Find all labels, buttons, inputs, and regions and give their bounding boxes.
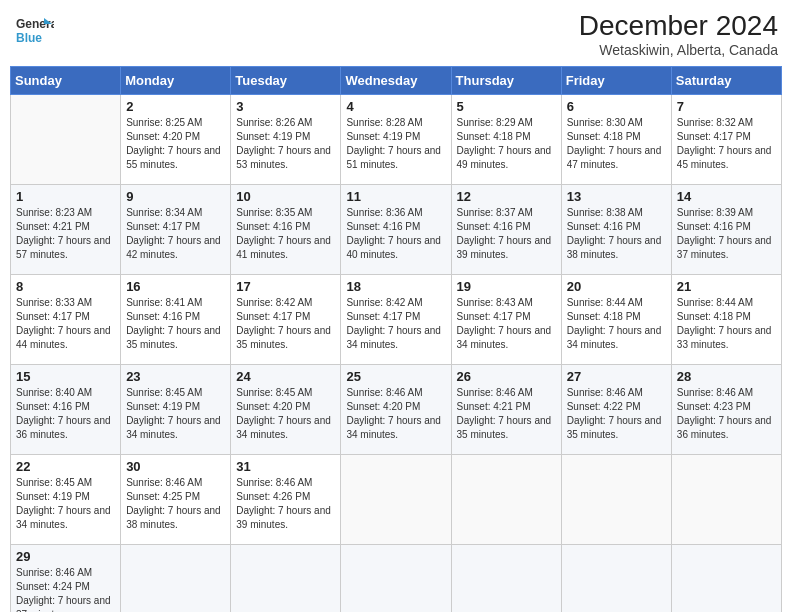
day-info: Sunrise: 8:34 AMSunset: 4:17 PMDaylight:… [126,206,225,262]
calendar-cell: 29Sunrise: 8:46 AMSunset: 4:24 PMDayligh… [11,545,121,613]
day-number: 31 [236,459,335,474]
calendar-cell: 28Sunrise: 8:46 AMSunset: 4:23 PMDayligh… [671,365,781,455]
calendar-row: 15Sunrise: 8:40 AMSunset: 4:16 PMDayligh… [11,365,782,455]
calendar-cell [341,545,451,613]
calendar-cell: 27Sunrise: 8:46 AMSunset: 4:22 PMDayligh… [561,365,671,455]
day-number: 4 [346,99,445,114]
day-info: Sunrise: 8:37 AMSunset: 4:16 PMDaylight:… [457,206,556,262]
calendar-cell [671,455,781,545]
day-info: Sunrise: 8:40 AMSunset: 4:16 PMDaylight:… [16,386,115,442]
calendar-cell: 1Sunrise: 8:23 AMSunset: 4:21 PMDaylight… [11,185,121,275]
day-info: Sunrise: 8:28 AMSunset: 4:19 PMDaylight:… [346,116,445,172]
day-number: 2 [126,99,225,114]
calendar-cell: 30Sunrise: 8:46 AMSunset: 4:25 PMDayligh… [121,455,231,545]
day-info: Sunrise: 8:41 AMSunset: 4:16 PMDaylight:… [126,296,225,352]
calendar-cell: 15Sunrise: 8:40 AMSunset: 4:16 PMDayligh… [11,365,121,455]
header-saturday: Saturday [671,67,781,95]
day-number: 25 [346,369,445,384]
day-info: Sunrise: 8:35 AMSunset: 4:16 PMDaylight:… [236,206,335,262]
day-info: Sunrise: 8:46 AMSunset: 4:26 PMDaylight:… [236,476,335,532]
location-subtitle: Wetaskiwin, Alberta, Canada [579,42,778,58]
header-wednesday: Wednesday [341,67,451,95]
day-number: 28 [677,369,776,384]
header-monday: Monday [121,67,231,95]
header-thursday: Thursday [451,67,561,95]
day-number: 7 [677,99,776,114]
day-info: Sunrise: 8:25 AMSunset: 4:20 PMDaylight:… [126,116,225,172]
calendar-row: 22Sunrise: 8:45 AMSunset: 4:19 PMDayligh… [11,455,782,545]
calendar-cell: 21Sunrise: 8:44 AMSunset: 4:18 PMDayligh… [671,275,781,365]
calendar-cell: 31Sunrise: 8:46 AMSunset: 4:26 PMDayligh… [231,455,341,545]
calendar-cell [561,545,671,613]
day-number: 30 [126,459,225,474]
day-number: 1 [16,189,115,204]
calendar-cell: 8Sunrise: 8:33 AMSunset: 4:17 PMDaylight… [11,275,121,365]
day-number: 8 [16,279,115,294]
calendar-cell [451,455,561,545]
day-number: 23 [126,369,225,384]
calendar-cell: 26Sunrise: 8:46 AMSunset: 4:21 PMDayligh… [451,365,561,455]
day-info: Sunrise: 8:36 AMSunset: 4:16 PMDaylight:… [346,206,445,262]
logo: General Blue [14,10,54,54]
day-number: 21 [677,279,776,294]
day-info: Sunrise: 8:29 AMSunset: 4:18 PMDaylight:… [457,116,556,172]
calendar-cell [11,95,121,185]
day-info: Sunrise: 8:46 AMSunset: 4:25 PMDaylight:… [126,476,225,532]
day-info: Sunrise: 8:45 AMSunset: 4:19 PMDaylight:… [126,386,225,442]
calendar-cell: 19Sunrise: 8:43 AMSunset: 4:17 PMDayligh… [451,275,561,365]
day-number: 16 [126,279,225,294]
day-info: Sunrise: 8:38 AMSunset: 4:16 PMDaylight:… [567,206,666,262]
day-number: 17 [236,279,335,294]
calendar-cell [121,545,231,613]
calendar-cell: 7Sunrise: 8:32 AMSunset: 4:17 PMDaylight… [671,95,781,185]
day-info: Sunrise: 8:42 AMSunset: 4:17 PMDaylight:… [346,296,445,352]
svg-text:Blue: Blue [16,31,42,45]
day-number: 11 [346,189,445,204]
calendar-row: 2Sunrise: 8:25 AMSunset: 4:20 PMDaylight… [11,95,782,185]
day-number: 14 [677,189,776,204]
day-number: 15 [16,369,115,384]
calendar-cell: 10Sunrise: 8:35 AMSunset: 4:16 PMDayligh… [231,185,341,275]
calendar-cell [671,545,781,613]
day-info: Sunrise: 8:46 AMSunset: 4:20 PMDaylight:… [346,386,445,442]
calendar-cell: 17Sunrise: 8:42 AMSunset: 4:17 PMDayligh… [231,275,341,365]
calendar-cell: 3Sunrise: 8:26 AMSunset: 4:19 PMDaylight… [231,95,341,185]
day-info: Sunrise: 8:23 AMSunset: 4:21 PMDaylight:… [16,206,115,262]
calendar-cell [451,545,561,613]
day-info: Sunrise: 8:45 AMSunset: 4:19 PMDaylight:… [16,476,115,532]
header-friday: Friday [561,67,671,95]
day-number: 22 [16,459,115,474]
day-number: 10 [236,189,335,204]
day-info: Sunrise: 8:46 AMSunset: 4:23 PMDaylight:… [677,386,776,442]
logo-graphic: General Blue [14,10,54,54]
day-info: Sunrise: 8:32 AMSunset: 4:17 PMDaylight:… [677,116,776,172]
day-info: Sunrise: 8:46 AMSunset: 4:21 PMDaylight:… [457,386,556,442]
day-info: Sunrise: 8:44 AMSunset: 4:18 PMDaylight:… [567,296,666,352]
calendar-row: 29Sunrise: 8:46 AMSunset: 4:24 PMDayligh… [11,545,782,613]
day-number: 26 [457,369,556,384]
calendar-cell: 2Sunrise: 8:25 AMSunset: 4:20 PMDaylight… [121,95,231,185]
calendar-cell: 24Sunrise: 8:45 AMSunset: 4:20 PMDayligh… [231,365,341,455]
day-number: 12 [457,189,556,204]
header-tuesday: Tuesday [231,67,341,95]
calendar-cell: 22Sunrise: 8:45 AMSunset: 4:19 PMDayligh… [11,455,121,545]
day-info: Sunrise: 8:26 AMSunset: 4:19 PMDaylight:… [236,116,335,172]
day-info: Sunrise: 8:30 AMSunset: 4:18 PMDaylight:… [567,116,666,172]
day-number: 29 [16,549,115,564]
day-info: Sunrise: 8:46 AMSunset: 4:24 PMDaylight:… [16,566,115,612]
day-number: 9 [126,189,225,204]
page-header: General Blue December 2024 Wetaskiwin, A… [10,10,782,58]
day-info: Sunrise: 8:44 AMSunset: 4:18 PMDaylight:… [677,296,776,352]
calendar-cell: 5Sunrise: 8:29 AMSunset: 4:18 PMDaylight… [451,95,561,185]
calendar-cell: 4Sunrise: 8:28 AMSunset: 4:19 PMDaylight… [341,95,451,185]
calendar-cell [561,455,671,545]
day-info: Sunrise: 8:33 AMSunset: 4:17 PMDaylight:… [16,296,115,352]
calendar-cell: 12Sunrise: 8:37 AMSunset: 4:16 PMDayligh… [451,185,561,275]
day-number: 18 [346,279,445,294]
day-info: Sunrise: 8:42 AMSunset: 4:17 PMDaylight:… [236,296,335,352]
day-number: 6 [567,99,666,114]
day-info: Sunrise: 8:45 AMSunset: 4:20 PMDaylight:… [236,386,335,442]
calendar-cell: 20Sunrise: 8:44 AMSunset: 4:18 PMDayligh… [561,275,671,365]
calendar-cell: 18Sunrise: 8:42 AMSunset: 4:17 PMDayligh… [341,275,451,365]
calendar-table: Sunday Monday Tuesday Wednesday Thursday… [10,66,782,612]
